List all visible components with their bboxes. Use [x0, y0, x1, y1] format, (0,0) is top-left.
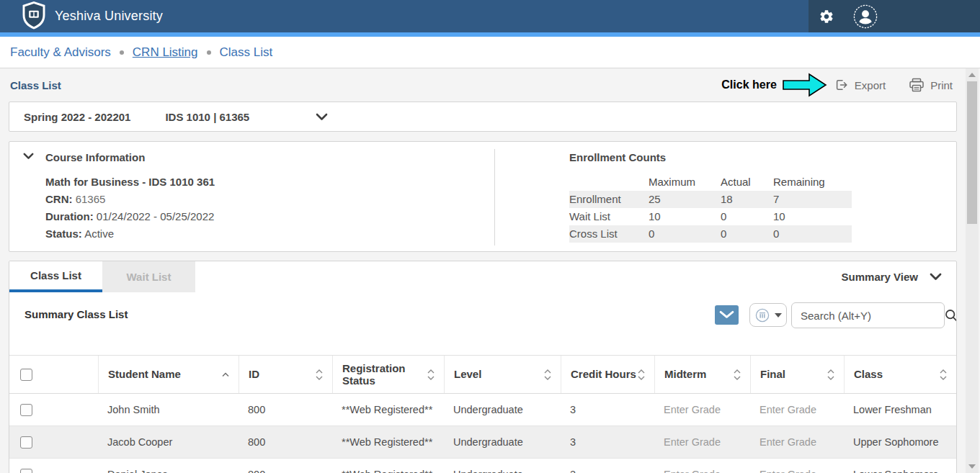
chevron-down-icon[interactable]: [316, 113, 328, 121]
level-cell: Undergraduate: [444, 394, 561, 425]
print-button[interactable]: Print: [909, 78, 953, 93]
printer-icon: [909, 78, 925, 93]
sort-chevrons-icon: [638, 369, 645, 380]
id-cell: 800: [239, 426, 332, 458]
search-input[interactable]: [801, 310, 944, 322]
column-label: Registration Status: [342, 362, 427, 387]
status-value: Active: [84, 228, 114, 240]
enroll-col-actual: Actual: [721, 174, 773, 191]
column-header-registration-status[interactable]: Registration Status: [332, 356, 444, 393]
id-cell: 800: [239, 459, 332, 473]
term-value: Spring 2022 - 202201: [24, 111, 130, 123]
enroll-row-label: Cross List: [569, 225, 649, 243]
id-cell: 800: [239, 394, 332, 425]
column-header-blank: [44, 356, 98, 393]
row-checkbox[interactable]: [20, 404, 32, 416]
university-name: Yeshiva University: [55, 9, 163, 24]
summary-class-list-heading: Summary Class List: [24, 308, 128, 320]
level-cell: Undergraduate: [444, 459, 561, 473]
enrollment-counts: Enrollment Counts Maximum Actual Remaini…: [569, 151, 852, 243]
column-header-midterm[interactable]: Midterm: [654, 356, 750, 393]
page-content: Class List Click here Export: [0, 68, 980, 473]
tab-class-list[interactable]: Class List: [9, 261, 102, 292]
breadcrumb-crn-listing[interactable]: CRN Listing: [133, 45, 198, 60]
breadcrumb-class-list[interactable]: Class List: [220, 45, 273, 60]
scroll-down-arrow[interactable]: [968, 464, 976, 469]
search-icon[interactable]: [944, 308, 957, 323]
vertical-scrollbar: [966, 68, 979, 473]
status-line: Status: Active: [45, 225, 215, 243]
enroll-row-label: Wait List: [569, 208, 649, 225]
profile-icon[interactable]: [853, 4, 878, 29]
column-label: Midterm: [664, 368, 706, 380]
breadcrumb: Faculty & Advisors CRN Listing Class Lis…: [0, 37, 980, 68]
settings-gear-icon[interactable]: [819, 9, 834, 24]
export-button[interactable]: Export: [834, 78, 886, 92]
export-label: Export: [855, 79, 886, 91]
block-arrow-icon: [783, 73, 827, 97]
scroll-up-arrow[interactable]: [968, 73, 976, 77]
enroll-row-label: Enrollment: [569, 191, 649, 208]
credit-hours-cell: 3: [561, 459, 654, 473]
midterm-enter-grade[interactable]: Enter Grade: [654, 426, 750, 458]
duration-value: 01/24/2022 - 05/25/2022: [97, 210, 214, 222]
course-information-title: Course Information: [45, 151, 145, 163]
column-label: Credit Hours: [571, 368, 636, 380]
sort-chevrons-icon: [427, 369, 435, 380]
course-information-panel: Course Information Math for Business - I…: [9, 141, 957, 252]
column-header-id[interactable]: ID: [239, 356, 332, 393]
final-enter-grade[interactable]: Enter Grade: [750, 394, 844, 425]
export-icon: [834, 78, 849, 92]
row-checkbox[interactable]: [20, 436, 32, 449]
row-checkbox[interactable]: [20, 469, 32, 473]
click-here-annotation: Click here: [721, 78, 776, 91]
brand: Yeshiva University: [0, 1, 163, 32]
final-enter-grade[interactable]: Enter Grade: [750, 459, 844, 473]
column-label: ID: [249, 368, 259, 380]
table-tools-button[interactable]: [749, 303, 787, 327]
enrollment-counts-table: Maximum Actual Remaining Enrollment 25 1…: [569, 174, 852, 243]
crn-line: CRN: 61365: [45, 191, 215, 208]
top-navbar: Yeshiva University: [0, 0, 980, 32]
midterm-enter-grade[interactable]: Enter Grade: [654, 459, 750, 473]
midterm-enter-grade[interactable]: Enter Grade: [654, 394, 750, 425]
column-label: Final: [760, 368, 785, 380]
duration-line: Duration: 01/24/2022 - 05/25/2022: [45, 208, 215, 225]
registration-status-cell: **Web Registered**: [332, 394, 444, 425]
student-name-cell: John Smith: [98, 394, 239, 425]
enroll-col-remaining: Remaining: [773, 174, 852, 191]
column-header-student-name[interactable]: Student Name: [98, 356, 239, 393]
column-header-level[interactable]: Level: [444, 356, 561, 393]
column-label: Class: [854, 368, 883, 380]
term-course-selector[interactable]: Spring 2022 - 202201 IDS 1010 | 61365: [9, 102, 957, 132]
select-all-checkbox[interactable]: [20, 369, 32, 381]
caret-down-icon: [775, 313, 782, 317]
class-cell: Upper Sophomore: [844, 426, 956, 458]
column-header-credit-hours[interactable]: Credit Hours: [561, 356, 654, 393]
breadcrumb-separator: [120, 50, 124, 55]
student-table: Student Name ID Registration Status: [9, 355, 956, 473]
sort-chevrons-icon: [316, 369, 323, 380]
enroll-col-maximum: Maximum: [649, 174, 721, 191]
column-header-class[interactable]: Class: [844, 356, 956, 393]
sort-chevrons-icon: [544, 369, 551, 380]
email-button[interactable]: [715, 305, 739, 325]
collapse-chevron-icon[interactable]: [23, 153, 34, 160]
final-enter-grade[interactable]: Enter Grade: [750, 426, 844, 458]
registration-status-cell: **Web Registered**: [332, 459, 444, 473]
registration-status-cell: **Web Registered**: [332, 426, 444, 458]
student-name-cell: Jacob Cooper: [98, 426, 239, 458]
credit-hours-cell: 3: [561, 426, 654, 458]
column-header-final[interactable]: Final: [750, 356, 844, 393]
tabbar: Class List Wait List Summary View: [9, 261, 956, 292]
page-header: Class List Click here Export: [9, 68, 957, 102]
scrollbar-thumb[interactable]: [967, 81, 977, 224]
breadcrumb-faculty-advisors[interactable]: Faculty & Advisors: [10, 45, 111, 60]
view-selector[interactable]: Summary View: [842, 261, 956, 292]
student-name-cell: Daniel Jones: [98, 459, 239, 473]
tab-wait-list[interactable]: Wait List: [102, 261, 195, 292]
envelope-icon: [718, 310, 735, 320]
column-label: Level: [454, 368, 481, 380]
class-list-panel: Class List Wait List Summary View Summar…: [9, 261, 957, 473]
table-row: Jacob Cooper 800 **Web Registered** Unde…: [9, 426, 956, 459]
